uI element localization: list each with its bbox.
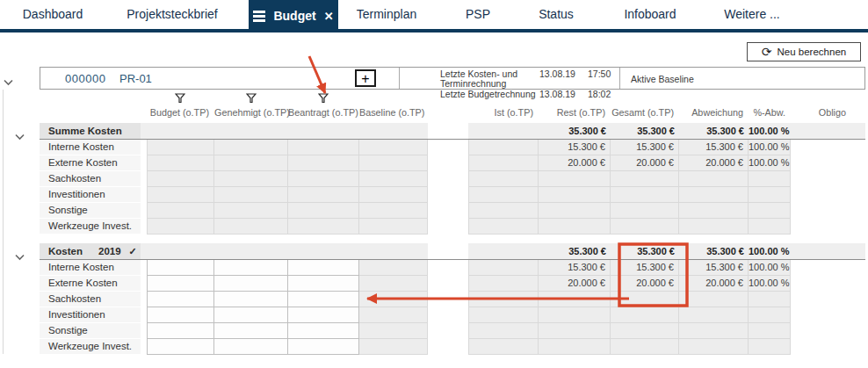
cell-beantragt[interactable] [288, 292, 359, 307]
cell-rest [539, 187, 611, 203]
project-id[interactable]: 000000 [65, 72, 105, 85]
row-label: Investitionen [40, 187, 141, 203]
cell-abweichung [679, 171, 749, 187]
cell-obligo [791, 203, 865, 219]
cell-beantragt [288, 203, 359, 219]
close-tab-icon[interactable]: ✕ [324, 2, 334, 31]
active-check-icon[interactable]: ✓ [129, 246, 137, 257]
add-button[interactable]: + [355, 69, 376, 87]
column-header-baseline[interactable]: Baseline (o.TP) [359, 105, 428, 119]
total-pct-abw: 100.00 % [749, 123, 791, 139]
cell-budget[interactable] [147, 276, 214, 292]
cell-rest: 20.000 € [539, 155, 611, 171]
cell-obligo [791, 260, 865, 276]
recalculate-button[interactable]: ⟳ Neu berechnen [747, 42, 861, 61]
tab-infoboard[interactable]: Infoboard [591, 0, 709, 29]
cell-ist [468, 307, 539, 323]
label-spacer [141, 323, 147, 339]
group-totals: 35.300 € 35.300 € 35.300 € 100.00 % [468, 123, 865, 139]
cell-pct-abw: 100.00 % [749, 155, 791, 171]
menu-icon[interactable] [253, 11, 265, 22]
row-label: Sachkosten [40, 171, 141, 187]
tab-weitere[interactable]: Weitere ... [709, 0, 795, 29]
cell-budget[interactable] [147, 339, 214, 355]
cell-beantragt [288, 155, 359, 171]
tab-status[interactable]: Status [521, 0, 591, 29]
tab-projektsteckbrief[interactable]: Projektsteckbrief [105, 0, 239, 29]
group-header-row[interactable]: Summe Kosten 35.300 € 35.300 € 35.300 € … [40, 123, 865, 140]
cell-beantragt [288, 171, 359, 187]
cell-beantragt[interactable] [288, 260, 359, 276]
group-header-row[interactable]: Kosten 2019 ✓ 35.300 € 35.300 € 35.300 €… [40, 243, 865, 260]
column-header-budget[interactable]: Budget (o.TP) [147, 105, 214, 119]
group-title: Summe Kosten [40, 123, 141, 139]
table-row: Werkzeuge Invest. [40, 219, 865, 235]
table-row: Interne Kosten15.300 €15.300 €15.300 €10… [40, 140, 865, 155]
group-rows: Interne Kosten15.300 €15.300 €15.300 €10… [40, 260, 865, 355]
row-label: Sachkosten [40, 292, 141, 307]
column-gap [428, 339, 468, 355]
cell-baseline [359, 203, 428, 219]
project-name[interactable]: PR-01 [119, 72, 152, 85]
cell-beantragt[interactable] [288, 339, 359, 355]
column-header-beantragt[interactable]: Beantragt (o.TP) [288, 105, 359, 119]
cell-gesamt [611, 339, 679, 355]
cell-beantragt[interactable] [288, 276, 359, 292]
cell-gesamt [611, 187, 679, 203]
cell-budget[interactable] [147, 260, 214, 276]
collapse-group-summe-icon[interactable] [15, 128, 25, 144]
tab-budget[interactable]: Budget ✕ [249, 0, 338, 32]
cell-budget [147, 187, 214, 203]
cell-gesamt: 20.000 € [611, 276, 679, 292]
budget-page: Dashboard Projektsteckbrief Budget ✕ Ter… [0, 0, 868, 368]
tab-dashboard[interactable]: Dashboard [0, 0, 105, 29]
cell-beantragt[interactable] [288, 307, 359, 323]
cell-abweichung [679, 323, 749, 339]
tab-terminplan[interactable]: Terminplan [338, 0, 435, 29]
cell-genehmigt[interactable] [214, 276, 288, 292]
tab-psp[interactable]: PSP [435, 0, 521, 29]
table-row: Werkzeuge Invest. [40, 339, 865, 355]
column-header-ist[interactable]: Ist (o.TP) [468, 105, 539, 119]
row-label: Sonstige [40, 203, 141, 219]
group-title: Kosten 2019 ✓ [40, 243, 141, 259]
column-header-genehmigt[interactable]: Genehmigt (o.TP) [214, 105, 288, 119]
column-header-abweichung[interactable]: Abweichung [679, 105, 749, 119]
cell-genehmigt[interactable] [214, 292, 288, 307]
cell-budget [147, 171, 214, 187]
collapse-project-icon[interactable] [4, 74, 13, 90]
cell-budget[interactable] [147, 292, 214, 307]
row-label: Werkzeuge Invest. [40, 219, 141, 235]
total-obligo [791, 243, 865, 259]
cell-genehmigt[interactable] [214, 307, 288, 323]
column-gap [428, 140, 468, 155]
total-rest: 35.300 € [539, 123, 611, 139]
cell-budget [147, 155, 214, 171]
cell-baseline [359, 171, 428, 187]
collapse-group-kosten-icon[interactable] [15, 249, 25, 264]
column-header-pct-abw[interactable]: %-Abw. [749, 105, 791, 119]
cell-budget[interactable] [147, 307, 214, 323]
cell-baseline [359, 187, 428, 203]
column-gap [428, 187, 468, 203]
last-budget-label: Letzte Budgetrechnung [440, 90, 539, 100]
table-row: Sachkosten [40, 171, 865, 187]
cell-ist [468, 203, 539, 219]
cell-genehmigt [214, 187, 288, 203]
column-header-rest[interactable]: Rest (o.TP) [539, 105, 611, 119]
cell-genehmigt[interactable] [214, 260, 288, 276]
cell-genehmigt[interactable] [214, 339, 288, 355]
cell-beantragt[interactable] [288, 323, 359, 339]
group-totals: 35.300 € 35.300 € 35.300 € 100.00 % [468, 243, 865, 259]
cell-baseline [359, 307, 428, 323]
column-gap [428, 219, 468, 235]
table-row: Externe Kosten20.000 €20.000 €20.000 €10… [40, 276, 865, 292]
cell-genehmigt [214, 155, 288, 171]
column-header-gesamt[interactable]: Gesamt (o.TP) [611, 105, 679, 119]
column-header-obligo[interactable]: Obligo [791, 105, 865, 119]
tab-budget-label: Budget [273, 2, 315, 31]
table-row: Sonstige [40, 203, 865, 219]
cell-genehmigt[interactable] [214, 323, 288, 339]
cell-beantragt [288, 187, 359, 203]
cell-budget[interactable] [147, 323, 214, 339]
